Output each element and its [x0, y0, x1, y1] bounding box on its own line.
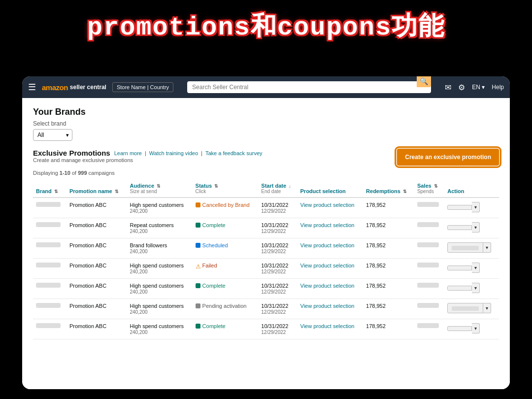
redemptions-cell: 178,952: [363, 279, 414, 299]
action-td: ▾: [444, 299, 499, 319]
status-dot-icon: [196, 324, 200, 329]
view-product-selection-link[interactable]: View product selection: [300, 263, 355, 268]
th-product-selection: Product selection: [298, 180, 364, 198]
redemptions-value: 178,952: [366, 202, 386, 208]
audience-count: 240,200: [130, 269, 148, 274]
th-audience[interactable]: Audience ⇅Size at send: [127, 180, 193, 198]
messages-icon[interactable]: ✉: [445, 83, 451, 92]
promotion-name: Promotion ABC: [69, 263, 106, 268]
view-product-selection-link[interactable]: View product selection: [300, 323, 355, 329]
table-body: Promotion ABC High spend customers 240,2…: [33, 198, 499, 339]
action-dropdown[interactable]: ▾: [472, 323, 480, 333]
promotions-table: Brand ⇅ Promotion name ⇅ Audience ⇅Size …: [33, 180, 499, 339]
view-product-selection-link[interactable]: View product selection: [300, 202, 355, 208]
action-cell: ▾: [447, 283, 496, 293]
help-link[interactable]: Help: [492, 84, 504, 91]
status-cell: Cancelled by Brand: [193, 198, 259, 218]
action-dropdown[interactable]: ▾: [483, 242, 491, 253]
status-dot-icon: ⚠: [196, 263, 200, 268]
settings-icon[interactable]: ⚙: [458, 83, 465, 92]
search-input[interactable]: [187, 81, 431, 93]
hamburger-icon[interactable]: ☰: [28, 82, 36, 93]
start-date: 10/31/2022: [261, 303, 288, 309]
audience-cell: High spend customers 240,200: [127, 259, 193, 279]
action-button[interactable]: [447, 242, 483, 253]
action-dropdown[interactable]: ▾: [472, 222, 480, 233]
th-promotion-name[interactable]: Promotion name ⇅: [66, 180, 127, 198]
action-dropdown[interactable]: ▾: [472, 263, 480, 273]
start-date: 10/31/2022: [261, 222, 288, 228]
status-badge: Cancelled by Brand: [196, 202, 250, 208]
action-td: ▾: [444, 218, 499, 238]
action-cell: ▾: [447, 222, 496, 233]
action-dropdown[interactable]: ▾: [472, 283, 480, 293]
end-date: 12/29/2022: [261, 229, 286, 234]
audience-count: 240,200: [130, 309, 148, 315]
promotion-name-cell: Promotion ABC: [66, 218, 127, 238]
th-brand[interactable]: Brand ⇅: [33, 180, 66, 198]
action-button[interactable]: [447, 326, 472, 331]
feedback-link[interactable]: Take a feedback survey: [205, 150, 263, 156]
promotion-name-cell: Promotion ABC: [66, 198, 127, 218]
audience-name: Brand followers: [130, 242, 167, 248]
action-td: ▾: [444, 198, 499, 218]
sales-cell: [414, 299, 444, 319]
view-product-selection-link[interactable]: View product selection: [300, 242, 355, 248]
th-start-date[interactable]: Start date ↓End date: [258, 180, 297, 198]
redemptions-cell: 178,952: [363, 238, 414, 259]
view-product-selection-link[interactable]: View product selection: [300, 283, 355, 289]
status-cell: Complete: [193, 218, 259, 238]
audience-name: High spend customers: [130, 323, 184, 329]
sales-cell: [414, 279, 444, 299]
audience-cell: High spend customers 240,200: [127, 279, 193, 299]
status-dot-icon: [196, 243, 200, 248]
date-cell: 10/31/2022 12/29/2022: [258, 198, 297, 218]
search-icon[interactable]: 🔍: [417, 76, 431, 87]
redemptions-cell: 178,952: [363, 319, 414, 339]
action-dropdown[interactable]: ▾: [472, 202, 480, 212]
th-status[interactable]: Status ⇅Click: [193, 180, 259, 198]
sales-blur: [417, 323, 439, 328]
date-cell: 10/31/2022 12/29/2022: [258, 279, 297, 299]
status-badge: Pending activation: [196, 303, 247, 309]
action-td: ▾: [444, 238, 499, 259]
th-redemptions[interactable]: Redemptions ⇅: [363, 180, 414, 198]
brand-cell: [33, 198, 66, 218]
action-button[interactable]: [447, 205, 472, 210]
audience-count: 240,200: [130, 330, 148, 335]
audience-name: High spend customers: [130, 283, 184, 289]
action-button[interactable]: [447, 225, 472, 230]
action-button[interactable]: [447, 266, 472, 270]
watch-training-link[interactable]: Watch training video: [149, 150, 198, 156]
view-product-selection-link[interactable]: View product selection: [300, 222, 355, 228]
redemptions-value: 178,952: [366, 323, 386, 329]
product-selection-cell: View product selection: [298, 299, 364, 319]
redemptions-cell: 178,952: [363, 259, 414, 279]
learn-more-link[interactable]: Learn more: [114, 150, 142, 156]
action-cell: ▾: [447, 242, 496, 253]
action-button[interactable]: [447, 303, 483, 313]
seller-central-label: seller central: [70, 84, 106, 91]
date-cell: 10/31/2022 12/29/2022: [258, 299, 297, 319]
sales-cell: [414, 198, 444, 218]
action-td: ▾: [444, 319, 499, 339]
promotion-name: Promotion ABC: [69, 323, 106, 329]
sales-blur: [417, 283, 439, 288]
store-selector-button[interactable]: Store Name | Country: [112, 82, 173, 92]
action-button[interactable]: [447, 286, 472, 291]
action-dropdown[interactable]: ▾: [483, 303, 491, 313]
brand-select-wrapper: All Brand A Brand B: [33, 129, 72, 141]
action-cell: ▾: [447, 263, 496, 273]
sales-blur: [417, 202, 439, 207]
promotion-name: Promotion ABC: [69, 303, 106, 309]
brand-select[interactable]: All Brand A Brand B: [33, 129, 72, 141]
create-promotion-button[interactable]: Create an exclusive promotion: [397, 149, 499, 166]
view-product-selection-link[interactable]: View product selection: [300, 303, 355, 309]
audience-cell: High spend customers 240,200: [127, 319, 193, 339]
status-dot-icon: [196, 223, 200, 228]
audience-name: High spend customers: [130, 263, 184, 268]
th-sales[interactable]: Sales ⇅Spends: [414, 180, 444, 198]
language-selector[interactable]: EN ▾: [472, 84, 485, 91]
status-dot-icon: [196, 283, 200, 288]
sales-blur: [417, 242, 439, 247]
